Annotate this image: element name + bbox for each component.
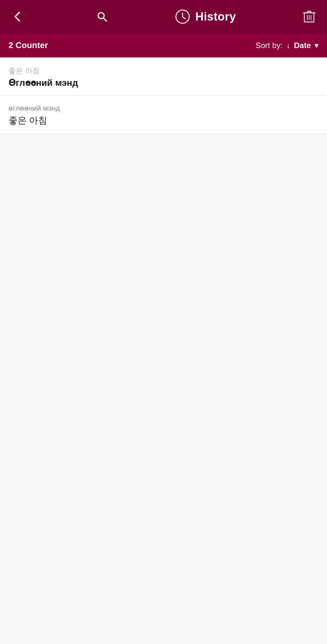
list-item[interactable]: өглөөний мэнд 좋은 아침 — [0, 96, 327, 134]
list-item[interactable]: 좋은 아침 Өглөөний мэнд — [0, 57, 327, 96]
counter-label: 2 Counter — [8, 41, 48, 50]
search-icon — [95, 10, 109, 23]
svg-line-4 — [183, 17, 185, 19]
back-arrow-icon — [11, 10, 24, 23]
history-item-translated-text: 좋은 아침 — [8, 114, 319, 127]
clock-icon — [175, 9, 190, 24]
search-button[interactable] — [93, 8, 111, 26]
history-item-sub-text: өглөөний мэнд — [8, 104, 319, 112]
history-content: 좋은 아침 Өглөөний мэнд өглөөний мэнд 좋은 아침 — [0, 57, 327, 644]
history-item-source-text: 좋은 아침 — [8, 66, 319, 76]
history-item-main-text: Өглөөний мэнд — [8, 77, 319, 88]
sort-down-arrow-icon: ↓ — [286, 41, 290, 50]
delete-button[interactable] — [300, 7, 319, 26]
header: History — [0, 0, 327, 33]
svg-line-1 — [103, 18, 107, 21]
back-button[interactable] — [8, 8, 27, 26]
sort-chevron-icon: ▾ — [315, 41, 319, 50]
sort-bar: 2 Counter Sort by: ↓ Date ▾ — [0, 33, 327, 57]
trash-icon — [302, 10, 316, 24]
sort-by-label: Sort by: — [256, 41, 283, 50]
sort-date-label: Date — [294, 41, 311, 50]
sort-dropdown[interactable]: Sort by: ↓ Date ▾ — [256, 41, 319, 50]
header-center: History — [175, 9, 236, 24]
header-title: History — [195, 10, 236, 23]
